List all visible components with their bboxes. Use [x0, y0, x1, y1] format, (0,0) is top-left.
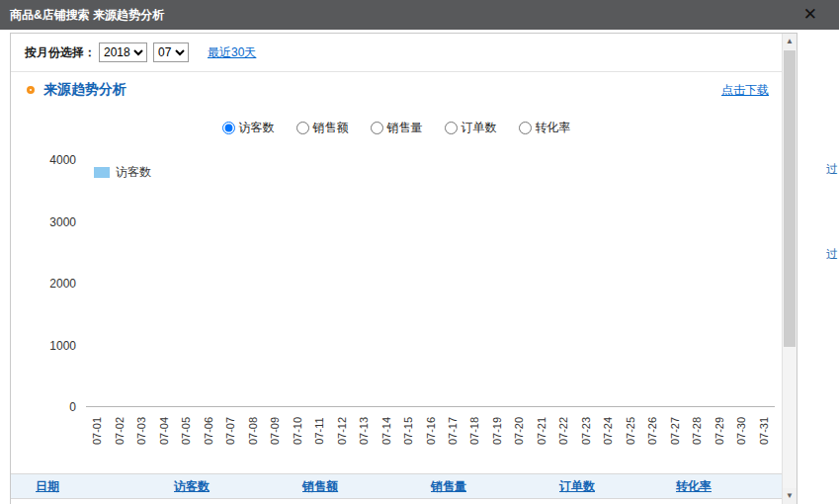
y-axis-tick-label: 4000	[49, 153, 76, 167]
x-axis-label: 07-14	[375, 407, 396, 455]
x-axis-label: 07-23	[575, 407, 597, 455]
plot-area: 访客数	[86, 160, 775, 407]
x-axis: 07-0107-0207-0307-0407-0507-0607-0707-08…	[86, 407, 775, 455]
scrollbar-thumb[interactable]	[784, 50, 796, 347]
metric-radio-input[interactable]	[371, 122, 383, 134]
side-tab-partial[interactable]: 过	[826, 161, 839, 177]
x-axis-label: 07-30	[730, 407, 752, 455]
x-axis-label: 07-17	[442, 407, 463, 455]
dialog-title: 商品&店铺搜索 来源趋势分析	[10, 8, 164, 22]
y-axis-tick-label: 2000	[49, 277, 76, 291]
table-column-header[interactable]: 销售量	[431, 478, 559, 495]
close-icon[interactable]: ✕	[803, 0, 817, 30]
month-select[interactable]: 07	[153, 42, 189, 62]
metric-radio[interactable]: 访客数	[222, 120, 275, 136]
x-axis-label: 07-04	[152, 407, 174, 455]
section-header: 来源趋势分析 点击下载	[27, 79, 769, 101]
y-axis-tick-label: 1000	[49, 339, 76, 353]
x-axis-label: 07-26	[641, 407, 663, 455]
metric-radio-input[interactable]	[519, 122, 532, 134]
x-axis-label: 07-08	[241, 407, 263, 455]
bar-series	[86, 160, 775, 406]
y-axis-tick-label: 3000	[49, 215, 76, 229]
x-axis-label: 07-09	[264, 407, 286, 455]
trend-bar-chart: 01000200030004000 访客数 07-0107-0207-0307-…	[21, 160, 775, 455]
metric-radio-label: 销售量	[387, 120, 423, 136]
metric-radio-input[interactable]	[296, 122, 309, 134]
metric-radio-label: 转化率	[536, 120, 571, 136]
recent-30-days-link[interactable]: 最近30天	[208, 44, 256, 61]
x-axis-label: 07-27	[664, 407, 686, 455]
table-column-header[interactable]: 销售额	[302, 478, 431, 495]
month-picker-row: 按月份选择： 2018 07 最近30天	[25, 42, 256, 63]
metric-radio[interactable]: 转化率	[519, 120, 571, 136]
table-column-header[interactable]: 转化率	[676, 478, 712, 495]
x-axis-label: 07-01	[86, 407, 108, 455]
data-table-header: 日期访客数销售额销售量订单数转化率	[11, 473, 782, 499]
x-axis-label: 07-13	[353, 407, 375, 455]
x-axis-label: 07-19	[486, 407, 508, 455]
x-axis-label: 07-05	[175, 407, 197, 455]
x-axis-label: 07-22	[552, 407, 574, 455]
dialog-titlebar: 商品&店铺搜索 来源趋势分析 ✕	[0, 0, 839, 30]
metric-radio-group: 访客数销售额销售量订单数转化率	[11, 120, 782, 136]
scroll-up-arrow-icon[interactable]: ▲	[783, 34, 797, 49]
divider	[11, 71, 797, 72]
section-title: 来源趋势分析	[43, 81, 126, 99]
x-axis-label: 07-29	[709, 407, 730, 455]
scroll-down-arrow-icon[interactable]: ▼	[783, 488, 797, 504]
x-axis-label: 07-06	[197, 407, 218, 455]
year-select[interactable]: 2018	[99, 42, 147, 62]
x-axis-label: 07-11	[308, 407, 330, 455]
x-axis-label: 07-20	[508, 407, 530, 455]
download-link[interactable]: 点击下载	[721, 82, 769, 99]
metric-radio-input[interactable]	[222, 122, 235, 134]
dialog-body: 按月份选择： 2018 07 最近30天 来源趋势分析 点击下载 访客数销售额销…	[10, 33, 797, 504]
section-bullet-icon	[27, 86, 35, 94]
metric-radio[interactable]: 销售量	[371, 120, 423, 136]
metric-radio-label: 访客数	[239, 120, 275, 136]
x-axis-label: 07-28	[686, 407, 708, 455]
x-axis-label: 07-16	[419, 407, 441, 455]
x-axis-label: 07-03	[130, 407, 152, 455]
side-tab-partial[interactable]: 过	[826, 246, 839, 262]
metric-radio-label: 销售额	[313, 120, 349, 136]
x-axis-label: 07-07	[219, 407, 241, 455]
vertical-scrollbar[interactable]: ▲ ▼	[782, 34, 797, 504]
metric-radio-input[interactable]	[445, 122, 458, 134]
table-column-header[interactable]: 日期	[36, 478, 174, 495]
metric-radio[interactable]: 销售额	[296, 120, 349, 136]
table-column-header[interactable]: 访客数	[174, 478, 302, 495]
x-axis-label: 07-15	[397, 407, 419, 455]
x-axis-label: 07-10	[286, 407, 307, 455]
month-picker-label: 按月份选择：	[25, 44, 96, 61]
y-axis-tick-label: 0	[69, 400, 76, 414]
x-axis-label: 07-02	[108, 407, 129, 455]
dialog: 商品&店铺搜索 来源趋势分析 ✕ 过 过 按月份选择： 2018 07 最近30…	[0, 0, 839, 504]
x-axis-label: 07-12	[330, 407, 352, 455]
x-axis-label: 07-24	[597, 407, 619, 455]
metric-radio[interactable]: 订单数	[445, 120, 497, 136]
table-column-header[interactable]: 订单数	[559, 478, 676, 495]
x-axis-label: 07-21	[531, 407, 552, 455]
y-axis: 01000200030004000	[21, 160, 86, 407]
x-axis-label: 07-18	[463, 407, 485, 455]
x-axis-label: 07-25	[620, 407, 641, 455]
x-axis-label: 07-31	[753, 407, 775, 455]
metric-radio-label: 订单数	[461, 120, 497, 136]
